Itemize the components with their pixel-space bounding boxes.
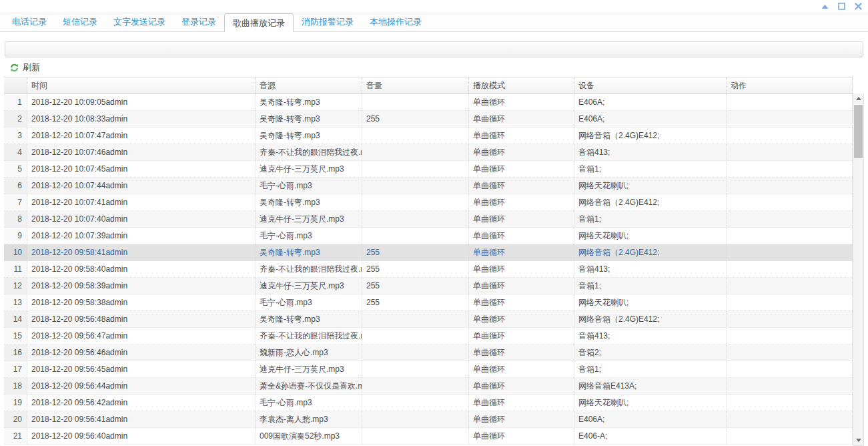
cell-source: 迪克牛仔-三万英尺.mp3 [256, 361, 362, 377]
table-row[interactable]: 152018-12-20 09:56:47admin齐秦-不让我的眼泪陪我过夜.… [4, 328, 853, 345]
tab-sms-records[interactable]: 短信记录 [55, 13, 105, 31]
cell-device: E406A; [574, 111, 727, 127]
table-row[interactable]: 132018-12-20 09:58:38admin毛宁-心雨.mp3255单曲… [4, 294, 853, 311]
cell-source: 齐秦-不让我的眼泪陪我过夜.mp3 [256, 261, 362, 277]
toolbar: 刷新 [0, 58, 868, 77]
tab-phone-records[interactable]: 电话记录 [4, 13, 55, 31]
cell-num: 14 [4, 311, 27, 327]
collapse-button[interactable] [821, 2, 829, 11]
triangle-up-icon [821, 4, 829, 9]
cell-source: 萧全&孙语赛-不仅仅是喜欢.mp3 [256, 378, 362, 394]
cell-num: 2 [4, 111, 27, 127]
column-header-volume[interactable]: 音量 [362, 77, 469, 93]
column-header-action[interactable]: 动作 [727, 77, 853, 93]
table-row[interactable]: 92018-12-20 10:07:39admin毛宁-心雨.mp3单曲循环网络… [4, 228, 853, 244]
cell-num: 21 [4, 428, 27, 444]
cell-volume [362, 428, 469, 444]
maximize-button[interactable] [837, 2, 846, 11]
cell-num: 10 [4, 244, 27, 260]
tab-login-records[interactable]: 登录记录 [173, 13, 224, 31]
table-row[interactable]: 182018-12-20 09:56:44admin萧全&孙语赛-不仅仅是喜欢.… [4, 378, 853, 395]
cell-num: 9 [4, 228, 27, 244]
table-row[interactable]: 32018-12-20 10:07:47admin吴奇隆-转弯.mp3单曲循环网… [4, 128, 853, 144]
vertical-scrollbar[interactable] [853, 93, 864, 446]
column-header-num[interactable] [4, 77, 27, 93]
cell-volume: 255 [362, 244, 469, 260]
tab-local-operation-records[interactable]: 本地操作记录 [362, 13, 430, 31]
table-row[interactable]: 42018-12-20 10:07:46admin齐秦-不让我的眼泪陪我过夜.m… [4, 144, 853, 161]
column-header-mode[interactable]: 播放模式 [469, 77, 574, 93]
tab-song-play-records[interactable]: 歌曲播放记录 [224, 13, 294, 32]
cell-action [727, 194, 853, 210]
x-icon [855, 3, 862, 10]
table-row[interactable]: 72018-12-20 10:07:41admin吴奇隆-转弯.mp3单曲循环网… [4, 194, 853, 211]
cell-volume: 255 [362, 278, 469, 294]
cell-action [727, 161, 853, 177]
column-header-device[interactable]: 设备 [574, 77, 727, 93]
cell-source: 吴奇隆-转弯.mp3 [256, 128, 362, 144]
records-grid: 时间音源音量播放模式设备动作 12018-12-20 10:09:05admin… [4, 77, 853, 446]
cell-mode: 单曲循环 [469, 361, 574, 377]
tab-fire-alarm-records[interactable]: 消防报警记录 [294, 13, 362, 31]
cell-num: 3 [4, 128, 27, 144]
cell-time: 2018-12-20 09:56:47admin [27, 328, 256, 344]
table-row[interactable]: 22018-12-20 10:08:33admin吴奇隆-转弯.mp3255单曲… [4, 111, 853, 128]
cell-num: 11 [4, 261, 27, 277]
cell-time: 2018-12-20 09:56:45admin [27, 361, 256, 377]
table-row[interactable]: 212018-12-20 09:56:40admin009国歌演奏52秒.mp3… [4, 428, 853, 445]
cell-device: 网络天花喇叭; [574, 178, 727, 194]
column-header-source[interactable]: 音源 [256, 77, 362, 93]
tab-bar: 电话记录短信记录文字发送记录登录记录歌曲播放记录消防报警记录本地操作记录 [0, 13, 868, 32]
cell-mode: 单曲循环 [469, 328, 574, 344]
cell-time: 2018-12-20 09:58:41admin [27, 244, 256, 260]
cell-source: 毛宁-心雨.mp3 [256, 228, 362, 244]
scroll-up-button[interactable] [853, 93, 863, 103]
cell-num: 1 [4, 94, 27, 110]
table-row[interactable]: 122018-12-20 09:58:39admin迪克牛仔-三万英尺.mp32… [4, 278, 853, 294]
cell-source: 吴奇隆-转弯.mp3 [256, 194, 362, 210]
cell-mode: 单曲循环 [469, 144, 574, 160]
cell-source: 毛宁-心雨.mp3 [256, 395, 362, 411]
cell-action [727, 378, 853, 394]
cell-volume [362, 228, 469, 244]
cell-mode: 单曲循环 [469, 411, 574, 427]
scroll-down-button[interactable] [853, 435, 863, 445]
cell-action [727, 428, 853, 444]
table-row[interactable]: 202018-12-20 09:56:41admin李袁杰-离人愁.mp3单曲循… [4, 411, 853, 428]
cell-device: E406-A; [574, 428, 727, 444]
table-row[interactable]: 62018-12-20 10:07:44admin毛宁-心雨.mp3单曲循环网络… [4, 178, 853, 194]
table-row[interactable]: 162018-12-20 09:56:46admin魏新雨-恋人心.mp3单曲循… [4, 345, 853, 361]
filter-panel [5, 41, 863, 57]
table-row[interactable]: 102018-12-20 09:58:41admin吴奇隆-转弯.mp3255单… [4, 244, 853, 261]
cell-num: 12 [4, 278, 27, 294]
cell-time: 2018-12-20 10:07:46admin [27, 144, 256, 160]
cell-num: 18 [4, 378, 27, 394]
cell-time: 2018-12-20 10:07:39admin [27, 228, 256, 244]
table-row[interactable]: 12018-12-20 10:09:05admin吴奇隆-转弯.mp3单曲循环E… [4, 94, 853, 111]
cell-volume [362, 144, 469, 160]
cell-time: 2018-12-20 09:56:42admin [27, 395, 256, 411]
table-row[interactable]: 142018-12-20 09:56:48admin吴奇隆-转弯.mp3单曲循环… [4, 311, 853, 328]
scrollbar-thumb[interactable] [854, 105, 863, 158]
table-row[interactable]: 52018-12-20 10:07:45admin迪克牛仔-三万英尺.mp3单曲… [4, 161, 853, 178]
grid-header: 时间音源音量播放模式设备动作 [4, 77, 853, 94]
cell-volume: 255 [362, 261, 469, 277]
cell-num: 8 [4, 211, 27, 227]
tab-text-send-records[interactable]: 文字发送记录 [105, 13, 173, 31]
cell-volume [362, 178, 469, 194]
table-row[interactable]: 192018-12-20 09:56:42admin毛宁-心雨.mp3单曲循环网… [4, 395, 853, 411]
cell-source: 迪克牛仔-三万英尺.mp3 [256, 161, 362, 177]
table-row[interactable]: 172018-12-20 09:56:45admin迪克牛仔-三万英尺.mp3单… [4, 361, 853, 378]
table-row[interactable]: 112018-12-20 09:58:40admin齐秦-不让我的眼泪陪我过夜.… [4, 261, 853, 278]
cell-device: 音箱1; [574, 278, 727, 294]
refresh-button[interactable]: 刷新 [7, 60, 43, 75]
cell-volume [362, 345, 469, 361]
close-button[interactable] [854, 2, 863, 11]
cell-time: 2018-12-20 09:58:40admin [27, 261, 256, 277]
cell-volume: 255 [362, 111, 469, 127]
cell-action [727, 94, 853, 110]
column-header-time[interactable]: 时间 [27, 77, 256, 93]
cell-num: 5 [4, 161, 27, 177]
cell-time: 2018-12-20 09:56:40admin [27, 428, 256, 444]
table-row[interactable]: 82018-12-20 10:07:40admin迪克牛仔-三万英尺.mp3单曲… [4, 211, 853, 228]
